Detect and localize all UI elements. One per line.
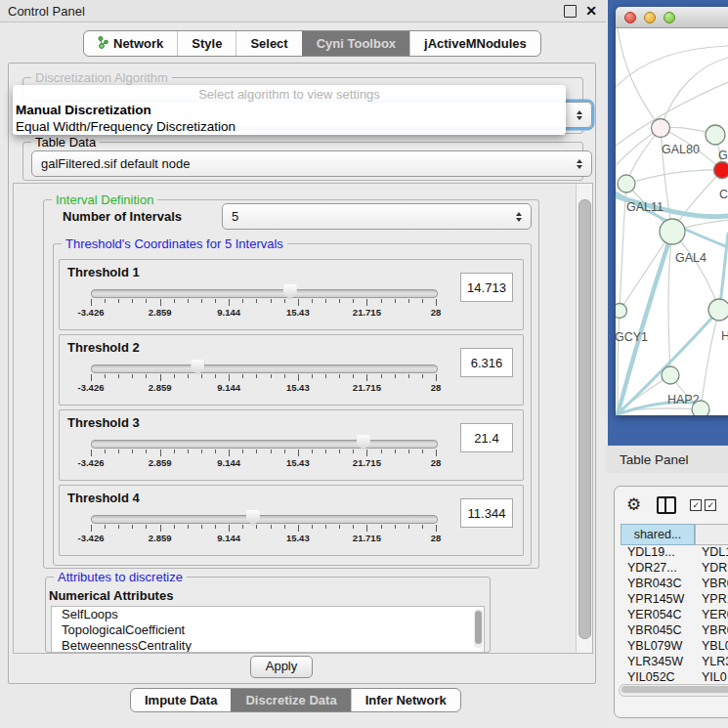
network-node[interactable] bbox=[652, 119, 670, 138]
tick-mark bbox=[271, 525, 272, 529]
tick-mark bbox=[325, 374, 326, 378]
network-node[interactable] bbox=[708, 299, 728, 321]
tab-label: Select bbox=[250, 36, 287, 51]
tick-mark bbox=[160, 374, 161, 381]
table-data-combobox[interactable]: galFiltered.sif default node bbox=[31, 150, 592, 177]
scrollbar-thumb[interactable] bbox=[621, 686, 728, 693]
close-traffic-light-icon[interactable] bbox=[624, 12, 636, 23]
table-cell: YBR043C bbox=[621, 577, 695, 592]
table-data-combobox-value: galFiltered.sif default node bbox=[41, 156, 190, 171]
tick-mark bbox=[256, 525, 257, 529]
tab-network[interactable]: Network bbox=[84, 31, 177, 56]
list-item[interactable]: TopologicalCoefficient bbox=[52, 622, 484, 638]
tick-mark bbox=[395, 299, 396, 303]
tick-label: 21.715 bbox=[353, 457, 381, 468]
table-row[interactable]: YBL079WYBL0 bbox=[621, 639, 728, 655]
tab-impute-data[interactable]: Impute Data bbox=[131, 689, 231, 711]
network-node[interactable] bbox=[706, 125, 725, 145]
slider-track[interactable] bbox=[91, 364, 438, 373]
control-panel-titlebar: Control Panel ✕ bbox=[0, 0, 606, 22]
tick-label: 15.43 bbox=[286, 457, 310, 468]
network-node[interactable] bbox=[662, 366, 679, 384]
table-row[interactable]: YBR045CYBR0 bbox=[621, 623, 728, 639]
number-of-intervals-combobox[interactable]: 5 bbox=[222, 203, 532, 230]
horizontal-scrollbar[interactable] bbox=[619, 684, 728, 697]
table-row[interactable]: YDL19...YDL1 bbox=[621, 545, 728, 561]
tick-mark bbox=[298, 299, 299, 306]
minimize-traffic-light-icon[interactable] bbox=[644, 12, 656, 23]
scrollbar-thumb[interactable] bbox=[578, 199, 591, 639]
list-item[interactable]: SelfLoops bbox=[52, 607, 484, 622]
tick-mark bbox=[201, 450, 202, 453]
close-icon[interactable]: ✕ bbox=[585, 2, 597, 20]
tick-mark bbox=[312, 525, 313, 529]
table-row[interactable]: YLR345WYLR3 bbox=[621, 655, 728, 670]
tick-label: 2.859 bbox=[149, 307, 172, 318]
slider-track[interactable] bbox=[91, 515, 438, 524]
tick-mark bbox=[312, 374, 313, 378]
tick-mark bbox=[256, 299, 257, 303]
network-view-window[interactable]: GAL80GACGAL11GAL4GCY1HHAP2 bbox=[616, 7, 728, 415]
list-item[interactable]: BetweennessCentrality bbox=[52, 638, 484, 653]
table-row[interactable]: YBR043CYBR0 bbox=[621, 577, 728, 592]
tab-label: Network bbox=[113, 36, 163, 51]
list-scrollbar[interactable] bbox=[474, 609, 483, 648]
table-row[interactable]: YDR27...YDR2 bbox=[621, 561, 728, 577]
column-header[interactable]: n bbox=[695, 524, 728, 545]
table-row[interactable]: YIL052CYIL0 bbox=[621, 670, 728, 682]
threshold-value-field[interactable] bbox=[460, 423, 513, 452]
network-node[interactable] bbox=[618, 175, 635, 193]
tick-mark bbox=[256, 450, 257, 453]
tick-mark bbox=[201, 525, 202, 529]
select-columns-icon[interactable]: ✓ ✓ bbox=[690, 499, 716, 511]
tick-mark bbox=[118, 374, 119, 378]
table-cell: YPR1 bbox=[695, 592, 728, 608]
gear-icon[interactable]: ⚙ bbox=[626, 495, 641, 515]
tab-select[interactable]: Select bbox=[236, 31, 301, 56]
top-tab-bar: NetworkStyleSelectCyni ToolboxjActiveMNo… bbox=[83, 30, 541, 57]
tick-label: 21.715 bbox=[353, 382, 381, 393]
network-node[interactable] bbox=[660, 219, 685, 244]
tab-discretize-data[interactable]: Discretize Data bbox=[231, 689, 350, 711]
threshold-label: Threshold 1 bbox=[67, 265, 140, 279]
tick-mark bbox=[408, 374, 409, 378]
tick-mark bbox=[174, 525, 175, 529]
tick-mark bbox=[160, 299, 161, 306]
float-window-icon[interactable] bbox=[564, 5, 577, 18]
tab-style[interactable]: Style bbox=[177, 31, 236, 56]
tab-infer-network[interactable]: Infer Network bbox=[351, 689, 460, 711]
tick-mark bbox=[132, 299, 133, 303]
network-node[interactable] bbox=[714, 162, 728, 179]
dropdown-option[interactable]: Manual Discretization bbox=[13, 102, 566, 118]
tab-label: jActiveMNodules bbox=[424, 36, 527, 51]
vertical-scrollbar[interactable] bbox=[576, 184, 592, 653]
split-columns-icon[interactable] bbox=[657, 496, 676, 514]
tab-jactivemnodules[interactable]: jActiveMNodules bbox=[409, 31, 540, 56]
zoom-traffic-light-icon[interactable] bbox=[664, 12, 675, 23]
tick-mark bbox=[174, 450, 175, 453]
tab-cyni-toolbox[interactable]: Cyni Toolbox bbox=[302, 31, 409, 56]
network-window-titlebar[interactable] bbox=[616, 7, 728, 28]
dropdown-option[interactable]: Equal Width/Frequency Discretization bbox=[13, 118, 566, 135]
column-header[interactable]: shared... bbox=[621, 524, 695, 545]
node-label: GAL4 bbox=[675, 251, 707, 265]
network-canvas[interactable]: GAL80GACGAL11GAL4GCY1HHAP2 bbox=[616, 28, 728, 415]
table-row[interactable]: YER054CYER0 bbox=[621, 608, 728, 623]
network-node[interactable] bbox=[692, 401, 709, 415]
apply-button[interactable]: Apply bbox=[250, 656, 313, 678]
tick-label: 2.859 bbox=[149, 382, 172, 393]
slider-track[interactable] bbox=[91, 440, 438, 449]
numerical-attributes-list[interactable]: SelfLoopsTopologicalCoefficientBetweenne… bbox=[51, 606, 485, 653]
number-of-intervals-label: Number of Intervals bbox=[63, 209, 182, 224]
threshold-value-field[interactable] bbox=[460, 348, 513, 377]
tick-mark bbox=[118, 450, 119, 453]
tick-mark bbox=[215, 450, 216, 453]
table-row[interactable]: YPR145WYPR1 bbox=[621, 592, 728, 608]
threshold-value-field[interactable] bbox=[460, 498, 513, 528]
tab-label: Impute Data bbox=[145, 693, 217, 707]
network-node[interactable] bbox=[616, 304, 627, 319]
table-cell: YDR27... bbox=[621, 561, 695, 577]
threshold-value-field[interactable] bbox=[460, 273, 513, 302]
tick-mark bbox=[271, 374, 272, 378]
slider-track[interactable] bbox=[91, 289, 438, 298]
